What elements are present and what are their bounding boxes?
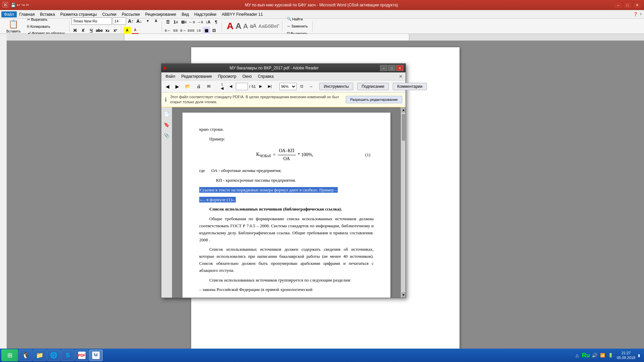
menu-item-review[interactable]: Рецензирование [143, 11, 179, 17]
font-name-input[interactable] [71, 17, 112, 25]
font-size-input[interactable] [113, 17, 126, 25]
adobe-open-button[interactable]: 📂 [183, 83, 193, 90]
taskbar-item-word[interactable]: W [89, 350, 103, 361]
adobe-close-button[interactable]: ✕ [396, 65, 404, 71]
numbering-button[interactable]: 1≡ [172, 18, 179, 26]
bullets-button[interactable]: ☰ [164, 18, 171, 26]
adobe-first-page-button[interactable]: |◀ [218, 81, 226, 92]
adobe-page-input[interactable]: 28 [236, 83, 248, 90]
taskbar-item-5[interactable]: PDF [75, 350, 89, 361]
formula-number: (1) [313, 152, 374, 159]
clipboard-small-buttons: ✂ Вырезать ⎘ Копировать 🖌 Формат по обра… [25, 16, 67, 36]
decrease-font-button[interactable]: A↓ [136, 17, 143, 25]
adobe-fit-button[interactable]: ⊡ [298, 83, 306, 89]
adobe-menu-window[interactable]: Окно [240, 73, 255, 79]
paste-label: Вставить [6, 29, 20, 33]
adobe-menu-bar: Файл Редактирование Просмотр Окно Справк… [161, 72, 406, 80]
strikethrough-button[interactable]: abc [96, 27, 103, 34]
taskbar-item-3[interactable]: 🌐 [47, 350, 60, 361]
adobe-maximize-button[interactable]: □ [388, 65, 395, 71]
start-button[interactable]: ⊞ [1, 349, 18, 361]
tray-icon-battery: 🔋 [607, 352, 614, 359]
show-formatting-button[interactable]: ¶ [212, 18, 220, 26]
taskbar-item-2[interactable]: 📁 [33, 350, 46, 361]
menu-item-mailings[interactable]: Рассылки [119, 11, 143, 17]
adobe-last-page-button[interactable]: ▶| [266, 83, 274, 89]
underline-button[interactable]: Ч [88, 27, 95, 34]
adobe-next-page-button[interactable]: ▶ [257, 83, 264, 89]
adobe-pages-panel-btn[interactable]: 📄 [163, 110, 171, 118]
decrease-indent-button[interactable]: ←≡ [188, 18, 196, 26]
subscript-button[interactable]: x₂ [104, 27, 111, 34]
adobe-email-button[interactable]: ✉ [205, 83, 213, 90]
align-right-button[interactable]: ≡→ [179, 27, 187, 34]
line-spacing-button[interactable]: ↕≡ [195, 27, 202, 34]
font-color-button[interactable]: А [131, 27, 139, 34]
taskbar-item-4[interactable]: S [61, 350, 74, 361]
menu-item-references[interactable]: Ссылки [100, 11, 119, 17]
scroll-up-button[interactable]: ▲ [401, 107, 406, 113]
superscript-button[interactable]: x² [112, 27, 119, 34]
shading-button[interactable]: ▦ [203, 27, 210, 34]
menu-item-file[interactable]: Файл [1, 11, 17, 17]
adobe-nav-prev-button[interactable]: ◀ [163, 83, 172, 90]
find-button[interactable]: 🔍 Найти [284, 16, 310, 22]
adobe-close-x[interactable]: ✕ [399, 74, 404, 79]
start-icon: ⊞ [7, 352, 12, 359]
adobe-print-button[interactable]: 🖨 [194, 83, 203, 90]
adobe-menu-help[interactable]: Справка [255, 73, 276, 79]
adobe-menu-view[interactable]: Просмотр [215, 73, 239, 79]
sort-button[interactable]: ↕A [204, 18, 212, 26]
styles-display-label: АаБбВеГ [259, 23, 280, 29]
time-display: 21:27 05.09.2018 [617, 351, 635, 360]
menu-item-view[interactable]: Вид [179, 11, 192, 17]
scroll-thumb[interactable] [402, 114, 405, 141]
taskbar-item-1[interactable]: 🐧 [19, 350, 32, 361]
maximize-button[interactable]: □ [623, 2, 632, 8]
paste-button[interactable]: 📋Вставить [3, 18, 24, 35]
scroll-down-button[interactable]: ▼ [401, 292, 406, 298]
align-left-button[interactable]: ≡← [164, 27, 171, 34]
adobe-attachments-panel-btn[interactable]: 📎 [163, 131, 171, 139]
adobe-zoom-select[interactable]: 96% 75% 100% 125% 150% [279, 83, 297, 90]
borders-button[interactable]: ⊡ [210, 27, 218, 34]
list-row: ☰ 1≡ ⊞≡ ←≡ →≡ ↕A ¶ [164, 18, 220, 26]
adobe-minimize-button[interactable]: – [380, 65, 387, 71]
pdf-para4: – законы Российской Федерации (в прямой … [199, 286, 374, 293]
close-button[interactable]: ✕ [633, 2, 641, 8]
increase-indent-button[interactable]: →≡ [196, 18, 204, 26]
formula-container: КЧОБоб = ОА–КП ОА * 100%, (1) [199, 147, 374, 163]
copy-button[interactable]: ⎘ Копировать [25, 23, 67, 29]
adobe-scrollbar[interactable]: ▲ ▼ [401, 107, 406, 298]
adobe-nav-next-button[interactable]: ▶ [173, 83, 181, 90]
text-effect-button[interactable]: A [152, 17, 160, 25]
cut-button[interactable]: ✂ Вырезать [25, 16, 67, 23]
highlight-button[interactable]: А [123, 27, 131, 34]
align-center-button[interactable]: ≡≡ [172, 27, 179, 34]
adobe-sign-section-button[interactable]: Подписание [357, 83, 389, 90]
increase-font-button[interactable]: A↑ [127, 17, 135, 25]
adobe-tools-section-button[interactable]: Инструменты [319, 83, 353, 90]
menu-item-addins[interactable]: Надстройки [192, 11, 219, 17]
pdfa-allow-edit-button[interactable]: Разрешить редактирование [346, 96, 402, 103]
adobe-comments-section-button[interactable]: Комментарии [393, 83, 427, 90]
italic-button[interactable]: К [79, 27, 87, 34]
bold-button[interactable]: Ж [71, 27, 79, 34]
clear-format-button[interactable]: ✦ [144, 17, 151, 25]
replace-button[interactable]: ↔ Заменить [284, 23, 310, 29]
adobe-fit-width-button[interactable]: ↔ [307, 83, 315, 89]
adobe-menu-edit[interactable]: Редактирование [179, 73, 215, 79]
menu-item-abbyy[interactable]: ABBYY FineReader 11 [219, 11, 266, 17]
align-row: ≡← ≡≡ ≡→ ≡≡≡ ↕≡ ▦ ⊡ [164, 27, 220, 34]
minimize-button[interactable]: – [614, 2, 623, 8]
adobe-bookmarks-panel-btn[interactable]: 🔖 [163, 121, 171, 129]
font-name-row: A↑ A↓ ✦ A [71, 17, 160, 25]
multilevel-button[interactable]: ⊞≡ [180, 18, 187, 26]
show-desktop-button[interactable]: ▮ [638, 353, 640, 358]
adobe-prev-page-button[interactable]: ◀ [227, 83, 234, 89]
adobe-page-area[interactable]: краю строки. Пример: КЧОБоб = [172, 107, 401, 298]
justify-button[interactable]: ≡≡≡ [187, 27, 195, 34]
adobe-menu-file[interactable]: Файл [163, 73, 178, 79]
para-controls: ☰ 1≡ ⊞≡ ←≡ →≡ ↕A ¶ ≡← ≡≡ ≡→ ≡≡≡ ↕≡ [164, 18, 220, 34]
scrollbar-track: ▲ ▼ [401, 107, 406, 298]
